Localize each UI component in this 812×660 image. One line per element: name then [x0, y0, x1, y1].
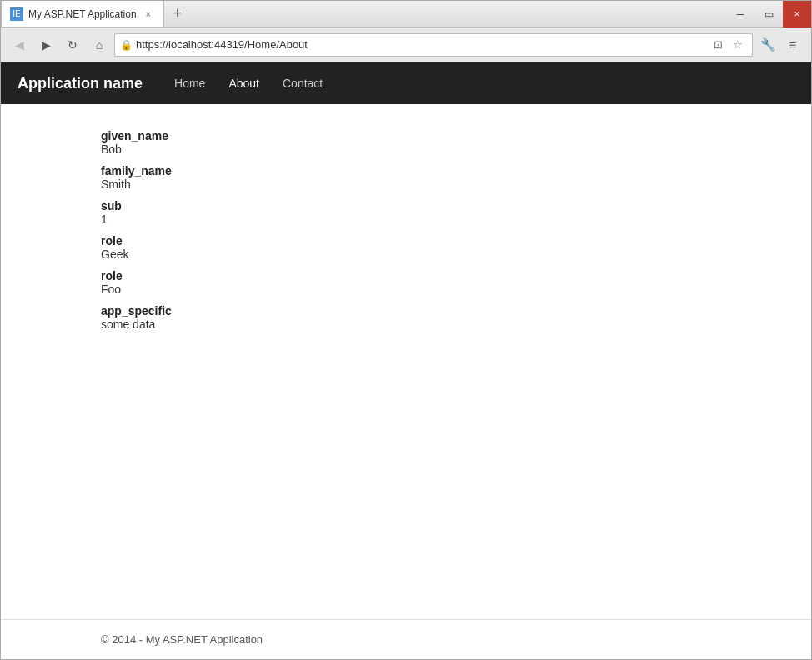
address-bar: ◀ ▶ ↻ ⌂ 🔒 https://localhost:44319/Home/A… [1, 28, 811, 62]
title-bar: IE My ASP.NET Application × + ─ ▭ × [1, 1, 811, 28]
browser-tab[interactable]: IE My ASP.NET Application × [1, 1, 164, 27]
claim-value-family-name: Smith [101, 178, 711, 191]
page-action-icon[interactable]: ⊡ [709, 36, 727, 54]
restore-button[interactable]: ▭ [754, 1, 783, 28]
nav-links: Home About Contact [163, 64, 334, 102]
close-button[interactable]: × [783, 1, 811, 28]
claim-role-geek: role Geek [101, 234, 711, 261]
nav-link-contact[interactable]: Contact [271, 64, 334, 102]
app-brand[interactable]: Application name [18, 75, 143, 92]
tab-close-button[interactable]: × [142, 8, 155, 21]
app-navbar: Application name Home About Contact [1, 62, 811, 104]
tools-icon[interactable]: 🔧 [756, 33, 779, 57]
home-button[interactable]: ⌂ [88, 33, 111, 57]
claim-label-given-name: given_name [101, 129, 711, 142]
tab-title: My ASP.NET Application [28, 8, 137, 20]
minimize-button[interactable]: ─ [726, 1, 754, 28]
claim-label-role-1: role [101, 234, 711, 248]
browser-window: IE My ASP.NET Application × + ─ ▭ × ◀ ▶ … [0, 0, 812, 660]
url-action-icons: ⊡ ☆ [709, 36, 747, 54]
toolbar-icons: 🔧 ≡ [756, 33, 804, 57]
copyright-text: © 2014 - My ASP.NET Application [101, 633, 263, 646]
claim-family-name: family_name Smith [101, 164, 711, 191]
claim-value-app-specific: some data [101, 318, 711, 331]
url-bar[interactable]: 🔒 https://localhost:44319/Home/About ⊡ ☆ [114, 33, 753, 57]
main-content: given_name Bob family_name Smith sub 1 r… [1, 104, 811, 619]
claim-value-role-2: Foo [101, 282, 711, 296]
claim-given-name: given_name Bob [101, 129, 711, 156]
url-text: https://localhost:44319/Home/About [136, 38, 705, 51]
claim-value-given-name: Bob [101, 142, 711, 156]
ssl-lock-icon: 🔒 [120, 39, 133, 51]
claim-label-sub: sub [101, 199, 711, 212]
new-tab-button[interactable]: + [164, 1, 191, 27]
claim-value-sub: 1 [101, 212, 711, 226]
nav-link-home[interactable]: Home [163, 64, 217, 102]
back-button[interactable]: ◀ [8, 33, 31, 57]
claim-app-specific: app_specific some data [101, 304, 711, 331]
refresh-button[interactable]: ↻ [61, 33, 84, 57]
claim-value-role-1: Geek [101, 248, 711, 261]
bookmark-icon[interactable]: ☆ [729, 36, 747, 54]
claim-label-role-2: role [101, 269, 711, 282]
title-bar-left: IE My ASP.NET Application × + [1, 1, 726, 27]
nav-link-about[interactable]: About [217, 64, 271, 102]
page-footer: © 2014 - My ASP.NET Application [1, 619, 811, 659]
window-controls: ─ ▭ × [726, 1, 811, 27]
menu-icon[interactable]: ≡ [781, 33, 804, 57]
claim-role-foo: role Foo [101, 269, 711, 296]
claims-list: given_name Bob family_name Smith sub 1 r… [101, 129, 711, 331]
claim-label-family-name: family_name [101, 164, 711, 178]
tab-favicon: IE [10, 8, 23, 21]
claim-sub: sub 1 [101, 199, 711, 226]
claim-label-app-specific: app_specific [101, 304, 711, 318]
forward-button[interactable]: ▶ [34, 33, 58, 57]
page-area: Application name Home About Contact give… [1, 62, 811, 659]
